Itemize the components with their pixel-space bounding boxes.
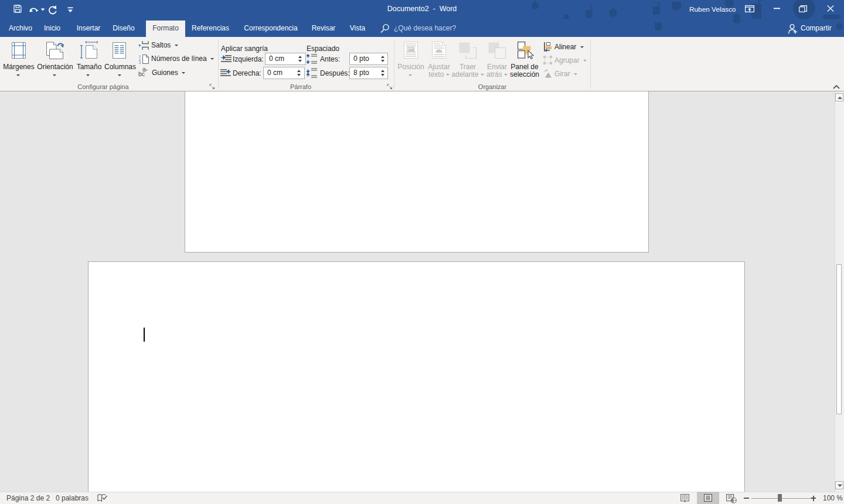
svg-text:3: 3	[139, 61, 141, 64]
